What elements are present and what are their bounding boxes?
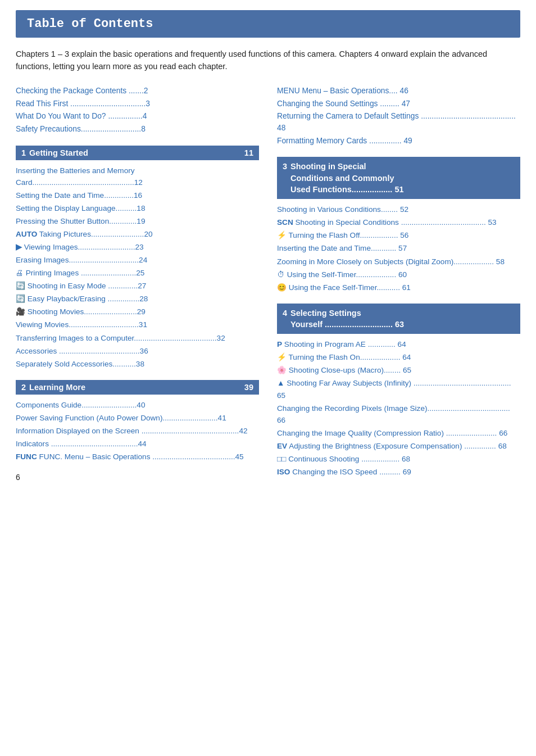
chapter1-num: 1 — [21, 148, 26, 157]
chapter4-header: 4 Selecting SettingsYourself ...........… — [277, 304, 520, 334]
chapter3-entries: Shooting in Various Conditions........ 5… — [277, 203, 520, 293]
entry-program-ae[interactable]: P Shooting in Program AE ............. 6… — [277, 338, 520, 350]
chapter2-title: Learning More — [29, 383, 85, 392]
page-title: Table of Contents — [27, 17, 153, 31]
entry-recording-pixels[interactable]: Changing the Recording Pixels (Image Siz… — [277, 402, 520, 426]
link-package-contents[interactable]: Checking the Package Contents .......2 — [16, 85, 259, 97]
entry-macro[interactable]: 🌸 Shooting Close-ups (Macro)........ 65 — [277, 364, 520, 376]
link-return-default[interactable]: Returning the Camera to Default Settings… — [277, 111, 520, 134]
page-footer: 6 — [16, 473, 259, 482]
entry-components[interactable]: Components Guide........................… — [16, 399, 259, 411]
chapter2-entries: Components Guide........................… — [16, 399, 259, 463]
entry-auto-pictures[interactable]: AUTO Taking Pictures....................… — [16, 228, 259, 240]
left-column: Checking the Package Contents .......2 R… — [16, 85, 259, 488]
entry-display-lang[interactable]: Setting the Display Language..........18 — [16, 202, 259, 214]
entry-sold-accessories[interactable]: Separately Sold Accessories...........38 — [16, 358, 259, 370]
entry-infinity[interactable]: ▲ Shooting Far Away Subjects (Infinity) … — [277, 377, 520, 401]
title-bar: Table of Contents — [16, 10, 520, 38]
entry-transfer[interactable]: Transferring Images to a Computer.......… — [16, 332, 259, 344]
chapter3-num: 3 — [283, 162, 287, 171]
entry-image-quality[interactable]: Changing the Image Quality (Compression … — [277, 427, 520, 439]
entry-date-time[interactable]: Setting the Date and Time..............1… — [16, 189, 259, 201]
entry-self-timer[interactable]: ⏱ Using the Self-Timer..................… — [277, 269, 520, 280]
iso-icon: ISO — [277, 468, 290, 476]
entry-insert-date[interactable]: Inserting the Date and Time............ … — [277, 242, 520, 254]
entry-movies[interactable]: 🎥 Shooting Movies.......................… — [16, 306, 259, 318]
p-icon: P — [277, 340, 282, 348]
chapter2-page: 39 — [244, 383, 253, 392]
right-plain-links: MENU Menu – Basic Operations.... 46 Chan… — [277, 85, 520, 147]
continuous-icon: □□ — [277, 455, 286, 463]
infinity-icon: ▲ — [277, 379, 284, 387]
chapter3-header: 3 Shooting in SpecialConditions and Comm… — [277, 157, 520, 199]
auto-icon: AUTO — [16, 230, 37, 238]
right-column: MENU Menu – Basic Operations.... 46 Chan… — [277, 85, 520, 488]
entry-digital-zoom[interactable]: Zooming in More Closely on Subjects (Dig… — [277, 256, 520, 268]
plain-links-section: Checking the Package Contents .......2 R… — [16, 85, 259, 135]
link-format-cards[interactable]: Formatting Memory Cards ............... … — [277, 135, 520, 147]
link-menu-basic[interactable]: MENU Menu – Basic Operations.... 46 — [277, 85, 520, 97]
entry-indicators[interactable]: Indicators .............................… — [16, 438, 259, 450]
self-timer-icon: ⏱ — [277, 270, 285, 279]
chapter4-page: .............................. 63 — [322, 320, 404, 329]
entry-continuous[interactable]: □□ Continuous Shooting .................… — [277, 453, 520, 465]
entry-easy-mode[interactable]: 🔄 Shooting in Easy Mode ..............27 — [16, 280, 259, 292]
func-icon: FUNC — [16, 452, 37, 461]
menu-icon: MENU — [277, 87, 300, 95]
entry-info-display[interactable]: Information Displayed on the Screen ....… — [16, 425, 259, 437]
entry-various-conditions[interactable]: Shooting in Various Conditions........ 5… — [277, 203, 520, 215]
entry-shutter[interactable]: Pressing the Shutter Button.............… — [16, 215, 259, 227]
chapter1-title: Getting Started — [29, 148, 88, 157]
easy-mode-icon: 🔄 — [16, 282, 25, 290]
chapter3-page: .................. 51 — [352, 185, 404, 194]
entry-face-self-timer[interactable]: 😊 Using the Face Self-Timer........... 6… — [277, 282, 520, 293]
entry-flash-on[interactable]: ⚡ Turning the Flash On..................… — [277, 351, 520, 363]
entry-erasing[interactable]: Erasing Images..........................… — [16, 254, 259, 266]
link-what-to-do[interactable]: What Do You Want to Do? ................… — [16, 111, 259, 123]
entry-iso[interactable]: ISO Changing the ISO Speed .......... 69 — [277, 466, 520, 478]
chapter3-title: Shooting in SpecialConditions and Common… — [290, 161, 403, 195]
entry-flash-off[interactable]: ⚡ Turning the Flash Off.................… — [277, 229, 520, 241]
entry-scn[interactable]: SCN Shooting in Special Conditions .....… — [277, 216, 520, 228]
chapter1-entries: Inserting the Batteries and Memory Card.… — [16, 165, 259, 370]
entry-batteries[interactable]: Inserting the Batteries and Memory Card.… — [16, 165, 259, 188]
flash-on-icon: ⚡ — [277, 353, 287, 361]
entry-viewing-movies[interactable]: Viewing Movies..........................… — [16, 319, 259, 331]
chapter2-header: 2 Learning More 39 — [16, 380, 259, 395]
chapter4-entries: P Shooting in Program AE ............. 6… — [277, 338, 520, 478]
print-icon: 🖨 — [16, 269, 24, 277]
intro-text: Chapters 1 – 3 explain the basic operati… — [16, 48, 520, 73]
chapter1-header: 1 Getting Started 11 — [16, 146, 259, 160]
entry-power-saving[interactable]: Power Saving Function (Auto Power Down).… — [16, 412, 259, 424]
chapter4-title: Selecting SettingsYourself .............… — [290, 307, 404, 331]
play-icon: ▶ — [16, 243, 22, 251]
chapter1-page: 11 — [244, 148, 253, 157]
chapter2-num: 2 — [21, 383, 26, 392]
entry-viewing-images[interactable]: ▶ Viewing Images........................… — [16, 241, 259, 253]
link-read-first[interactable]: Read This First ........................… — [16, 98, 259, 110]
macro-icon: 🌸 — [277, 366, 287, 374]
movie-icon: 🎥 — [16, 307, 25, 316]
link-sound-settings[interactable]: Changing the Sound Settings ......... 47 — [277, 98, 520, 110]
link-safety[interactable]: Safety Precautions......................… — [16, 124, 259, 135]
chapter4-num: 4 — [283, 309, 287, 318]
flash-off-icon: ⚡ — [277, 231, 287, 239]
scn-icon: SCN — [277, 218, 293, 227]
face-self-timer-icon: 😊 — [277, 283, 287, 292]
entry-printing[interactable]: 🖨 Printing Images ......................… — [16, 267, 259, 279]
easy-playback-icon: 🔄 — [16, 295, 25, 303]
entry-accessories[interactable]: Accessories ............................… — [16, 345, 259, 357]
entry-brightness[interactable]: EV Adjusting the Brightness (Exposure Co… — [277, 440, 520, 452]
entry-easy-playback[interactable]: 🔄 Easy Playback/Erasing ...............2… — [16, 293, 259, 305]
ev-icon: EV — [277, 442, 287, 450]
entry-func-menu[interactable]: FUNC FUNC. Menu – Basic Operations .....… — [16, 451, 259, 463]
